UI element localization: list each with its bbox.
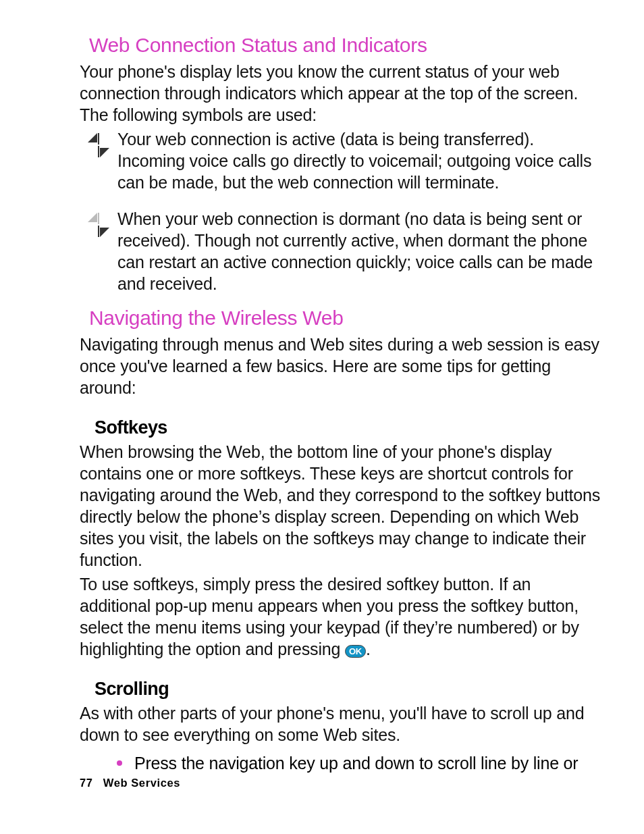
heading-web-connection: Web Connection Status and Indicators xyxy=(89,34,603,57)
svg-marker-6 xyxy=(100,228,109,237)
svg-rect-5 xyxy=(98,213,99,224)
paragraph-scrolling-1: As with other parts of your phone's menu… xyxy=(80,702,603,746)
page-footer: 77 Web Services xyxy=(80,777,180,789)
data-active-icon xyxy=(80,128,117,159)
bullet-text: Press the navigation key up and down to … xyxy=(134,752,578,774)
softkeys-text-b: . xyxy=(366,640,371,658)
svg-rect-3 xyxy=(98,146,99,157)
heading-scrolling: Scrolling xyxy=(95,679,603,700)
svg-rect-1 xyxy=(98,133,99,145)
svg-marker-4 xyxy=(88,213,97,222)
indicator-active-text: Your web connection is active (data is b… xyxy=(117,128,603,193)
chapter-title: Web Services xyxy=(103,777,180,789)
svg-marker-0 xyxy=(88,133,97,142)
svg-marker-2 xyxy=(100,148,109,157)
paragraph-web-conn-intro: Your phone's display lets you know the c… xyxy=(80,61,603,126)
paragraph-softkeys-1: When browsing the Web, the bottom line o… xyxy=(80,441,603,571)
page-content: Web Connection Status and Indicators You… xyxy=(0,0,644,774)
scrolling-bullet-list: Press the navigation key up and down to … xyxy=(80,752,603,774)
paragraph-nav-intro: Navigating through menus and Web sites d… xyxy=(80,334,603,398)
paragraph-softkeys-2: To use softkeys, simply press the desire… xyxy=(80,573,603,660)
heading-softkeys: Softkeys xyxy=(95,417,603,438)
indicator-row-dormant: When your web connection is dormant (no … xyxy=(80,208,603,297)
indicator-dormant-text: When your web connection is dormant (no … xyxy=(117,208,603,294)
softkeys-text-a: To use softkeys, simply press the desire… xyxy=(80,575,579,658)
heading-navigating: Navigating the Wireless Web xyxy=(89,307,603,330)
indicator-row-active: Your web connection is active (data is b… xyxy=(80,128,603,196)
bullet-icon xyxy=(117,760,122,766)
ok-button-icon: OK xyxy=(345,645,366,658)
page-number: 77 xyxy=(80,777,93,789)
list-item: Press the navigation key up and down to … xyxy=(80,752,603,774)
data-dormant-icon xyxy=(80,208,117,239)
svg-rect-7 xyxy=(98,226,99,237)
